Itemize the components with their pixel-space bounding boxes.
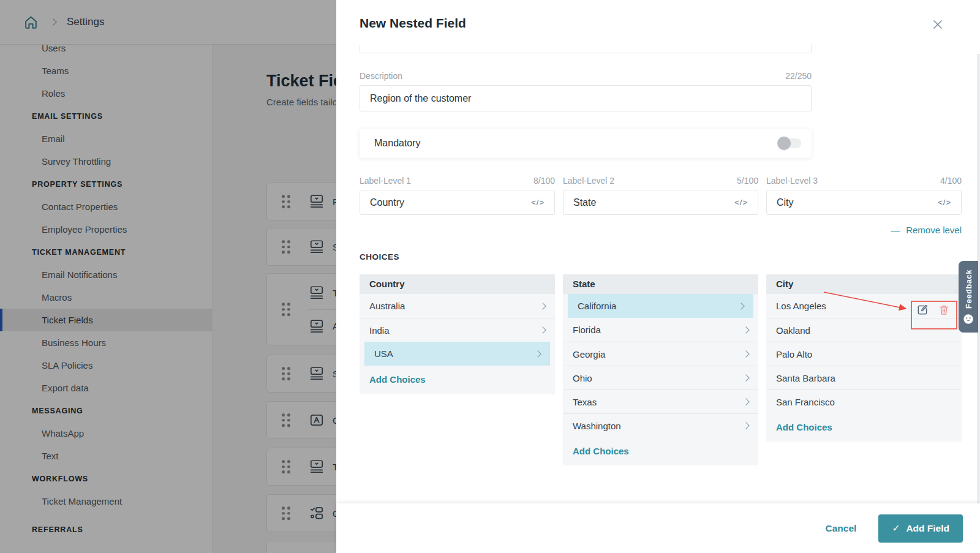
- label-level-2-label: Label-Level 2: [563, 176, 614, 186]
- cancel-button[interactable]: Cancel: [822, 522, 861, 535]
- screen: Ticket Fields Create fields tailor PrStT…: [0, 0, 980, 553]
- field-name-input-partial[interactable]: [360, 45, 812, 53]
- choice-row-texas[interactable]: Texas: [563, 389, 758, 413]
- choice-label: USA: [374, 348, 393, 359]
- choice-label: Australia: [369, 301, 405, 311]
- choice-label: Oakland: [776, 325, 810, 336]
- label-level-3-counter: 4/100: [940, 176, 962, 186]
- choice-row-india[interactable]: India: [360, 318, 555, 342]
- code-placeholder-icon[interactable]: </>: [938, 198, 951, 207]
- description-label: Description: [360, 71, 402, 81]
- choice-column-city: CityLos AngelesOaklandPalo AltoSanta Bar…: [766, 274, 962, 442]
- choice-label: Ohio: [573, 373, 592, 383]
- modal-footer: Cancel ✓ Add Field: [336, 503, 980, 553]
- description-input[interactable]: Region of the customer: [360, 85, 812, 111]
- chevron-right-icon: [742, 374, 749, 381]
- chevron-right-icon: [742, 326, 749, 333]
- close-icon[interactable]: [932, 18, 944, 31]
- choice-row-santa-barbara[interactable]: Santa Barbara: [766, 366, 962, 389]
- minus-icon: —: [891, 225, 900, 235]
- label-level-1-counter: 8/100: [533, 176, 555, 186]
- description-counter: 22/250: [785, 71, 812, 81]
- row-actions: [916, 304, 950, 316]
- remove-level-link[interactable]: —Remove level: [766, 225, 962, 235]
- chevron-right-icon: [539, 303, 546, 309]
- choice-label: California: [578, 301, 616, 311]
- chevron-right-icon: [737, 303, 744, 309]
- choice-row-washington[interactable]: Washington: [563, 413, 758, 437]
- label-level-3-label: Label-Level 3: [766, 176, 818, 186]
- choice-column-header: Country: [360, 274, 555, 294]
- chevron-right-icon: [742, 422, 749, 429]
- choice-row-georgia[interactable]: Georgia: [563, 342, 758, 366]
- chevron-right-icon: [742, 350, 749, 357]
- new-nested-field-modal: New Nested Field Description 22/250 Regi…: [336, 0, 980, 553]
- choice-label: Florida: [573, 325, 601, 335]
- choice-row-usa[interactable]: USA: [364, 342, 550, 366]
- add-choices-link[interactable]: Add Choices: [563, 437, 758, 457]
- label-level-2-block: Label-Level 2 5/100 State </>: [563, 176, 758, 215]
- label-level-1-block: Label-Level 1 8/100 Country </>: [360, 176, 555, 215]
- add-choices-link[interactable]: Add Choices: [360, 366, 555, 386]
- smiley-icon: [963, 314, 974, 325]
- choice-column-header: State: [563, 274, 758, 294]
- add-choices-link[interactable]: Add Choices: [766, 413, 962, 434]
- choice-label: Los Angeles: [776, 301, 826, 311]
- choice-label: Texas: [573, 397, 597, 407]
- chevron-right-icon: [534, 350, 541, 357]
- choice-row-palo-alto[interactable]: Palo Alto: [766, 342, 962, 366]
- choices-heading: CHOICES: [360, 252, 399, 261]
- choice-row-san-francisco[interactable]: San Francisco: [766, 389, 962, 413]
- label-level-1-label: Label-Level 1: [360, 176, 411, 186]
- choice-label: India: [369, 325, 390, 336]
- code-placeholder-icon[interactable]: </>: [531, 198, 545, 207]
- choice-label: Santa Barbara: [776, 373, 835, 383]
- choice-row-oakland[interactable]: Oakland: [766, 318, 962, 342]
- label-level-1-input[interactable]: Country </>: [360, 190, 555, 215]
- choice-row-australia[interactable]: Australia: [360, 294, 555, 318]
- choice-column-state: StateCaliforniaFloridaGeorgiaOhioTexasWa…: [563, 274, 758, 465]
- label-level-3-block: Label-Level 3 4/100 City </>: [766, 176, 962, 215]
- chevron-right-icon: [742, 398, 749, 405]
- choice-label: Georgia: [573, 349, 605, 359]
- label-level-2-counter: 5/100: [737, 176, 758, 186]
- choice-row-california[interactable]: California: [568, 294, 753, 318]
- choice-column-header: City: [766, 274, 962, 294]
- code-placeholder-icon[interactable]: </>: [734, 198, 748, 207]
- chevron-right-icon: [539, 326, 546, 333]
- mandatory-row: Mandatory: [360, 129, 812, 158]
- choice-label: San Francisco: [776, 397, 835, 407]
- mandatory-label: Mandatory: [374, 138, 421, 149]
- check-icon: ✓: [892, 523, 900, 534]
- mandatory-toggle[interactable]: [779, 138, 801, 148]
- add-field-button[interactable]: ✓ Add Field: [878, 514, 963, 543]
- choice-row-ohio[interactable]: Ohio: [563, 366, 758, 389]
- choice-column-country: CountryAustraliaIndiaUSAAdd Choices: [360, 274, 555, 394]
- feedback-label: Feedback: [964, 269, 973, 309]
- label-level-3-input[interactable]: City </>: [766, 190, 962, 215]
- edit-icon[interactable]: [916, 304, 929, 316]
- choice-row-florida[interactable]: Florida: [563, 318, 758, 342]
- choice-label: Palo Alto: [776, 349, 812, 359]
- delete-icon[interactable]: [938, 304, 950, 316]
- choice-label: Washington: [573, 421, 621, 431]
- feedback-tab[interactable]: Feedback: [959, 261, 978, 333]
- label-level-2-input[interactable]: State </>: [563, 190, 758, 215]
- modal-title: New Nested Field: [360, 16, 466, 31]
